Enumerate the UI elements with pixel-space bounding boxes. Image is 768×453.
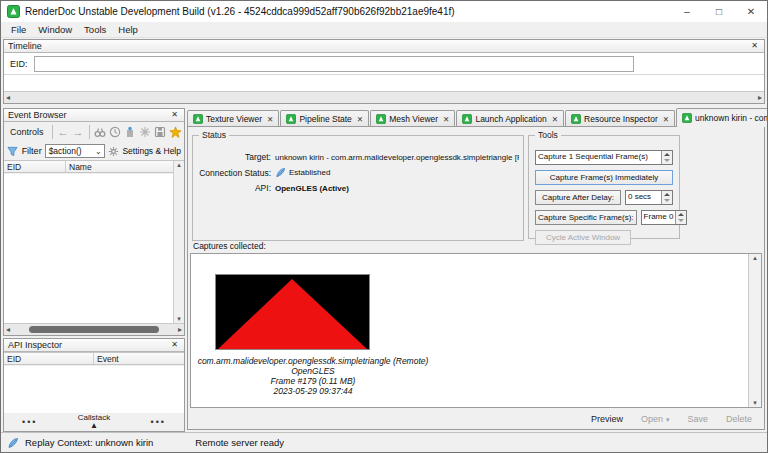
spin-down-icon[interactable] — [664, 159, 670, 162]
capture-actions-bar: Preview Open▾ Save Delete — [188, 408, 764, 429]
spin-up-icon[interactable] — [664, 193, 670, 196]
back-arrow-icon[interactable]: ← — [56, 125, 69, 139]
column-name[interactable]: Name — [66, 161, 184, 172]
scroll-up-icon[interactable]: ▴ — [177, 161, 181, 169]
timeline-eid-label: EID: — [10, 59, 28, 69]
spin-down-icon[interactable] — [664, 199, 670, 202]
maximize-button[interactable]: □ — [703, 1, 735, 22]
save-disk-icon[interactable] — [154, 125, 167, 139]
scroll-down-icon[interactable]: ▾ — [177, 315, 181, 323]
capture-caption[interactable]: com.arm.malideveloper.openglessdk.simple… — [193, 356, 433, 396]
specific-frame-spinbox[interactable]: Frame 0 — [641, 210, 688, 225]
close-button[interactable]: ✕ — [735, 1, 767, 22]
window-title: RenderDoc Unstable Development Build (v1… — [25, 6, 455, 17]
menu-file[interactable]: File — [5, 23, 32, 36]
filter-label: Filter — [22, 146, 42, 156]
tab-resource-inspector[interactable]: Resource Inspector ✕ — [565, 110, 675, 127]
settings-gear-icon[interactable] — [108, 144, 120, 158]
snowflake-icon[interactable] — [139, 125, 152, 139]
spin-up-icon[interactable] — [664, 153, 670, 156]
timeline-hscrollbar[interactable]: ◂ ▸ — [4, 91, 764, 103]
event-browser-toolbar: Controls ← → — [4, 122, 184, 142]
renderdoc-logo-icon — [7, 5, 20, 18]
delay-value: 0 secs — [626, 191, 661, 204]
menu-tools[interactable]: Tools — [78, 23, 112, 36]
spin-up-icon[interactable] — [678, 213, 684, 216]
column-event[interactable]: Event — [94, 353, 184, 364]
scroll-left-icon[interactable]: ◂ — [6, 325, 10, 334]
api-inspector-header: EID Event — [4, 352, 184, 365]
menu-window[interactable]: Window — [32, 23, 78, 36]
close-icon[interactable]: ✕ — [663, 115, 669, 124]
tab-mesh-viewer[interactable]: Mesh Viewer ✕ — [370, 110, 455, 127]
capture-connection-page: Status Target: unknown kirin - com.arm.m… — [187, 126, 765, 430]
api-event-list[interactable] — [4, 366, 184, 413]
preview-button[interactable]: Preview — [591, 414, 623, 424]
status-groupbox: Status Target: unknown kirin - com.arm.m… — [192, 135, 524, 241]
settings-help-link[interactable]: Settings & Help — [122, 146, 181, 156]
tab-capture-connection[interactable]: unknown kirin - com.arm.malideveloper.op… — [676, 108, 768, 127]
chevron-down-icon[interactable]: ⌄ — [93, 147, 104, 156]
forward-arrow-icon[interactable]: → — [72, 125, 85, 139]
scroll-left-icon[interactable]: ◂ — [6, 93, 10, 102]
delay-spinbox[interactable]: 0 secs — [625, 190, 673, 205]
spinner-buttons[interactable] — [661, 151, 672, 164]
status-bar: Replay Context: unknown kirin Remote ser… — [1, 432, 767, 452]
filter-combobox[interactable]: $action() ⌄ — [45, 144, 105, 158]
captures-list[interactable]: com.arm.malideveloper.openglessdk.simple… — [190, 253, 762, 408]
api-inspector-panel: API Inspector ✕ EID Event ••• Callstack … — [3, 338, 185, 432]
renderdoc-icon — [462, 114, 472, 124]
cycle-active-window-button: Cycle Active Window — [535, 230, 631, 245]
close-icon[interactable]: ✕ — [552, 115, 558, 124]
replay-feather-icon — [7, 437, 19, 449]
timeline-content[interactable]: EID: — [4, 53, 764, 91]
tab-label: Mesh Viewer — [389, 114, 438, 124]
close-icon[interactable]: ✕ — [169, 339, 180, 351]
scroll-right-icon[interactable]: ▸ — [178, 325, 182, 334]
menu-help[interactable]: Help — [112, 23, 144, 36]
capture-immediately-button[interactable]: Capture Frame(s) Immediately — [535, 170, 673, 185]
column-eid[interactable]: EID — [4, 161, 66, 172]
spinner-buttons[interactable] — [661, 191, 672, 204]
find-binoculars-icon[interactable] — [94, 125, 107, 139]
minimize-button[interactable]: – — [671, 1, 703, 22]
tab-launch-application[interactable]: Launch Application ✕ — [456, 110, 564, 127]
tab-texture-viewer[interactable]: Texture Viewer ✕ — [187, 110, 279, 127]
scrollbar-thumb[interactable] — [29, 326, 159, 333]
capture-thumbnail[interactable] — [215, 274, 370, 350]
bookmark-icon[interactable] — [124, 125, 137, 139]
api-label: API: — [197, 183, 275, 193]
timeline-eid-track[interactable] — [34, 56, 634, 72]
renderdoc-icon — [571, 114, 581, 124]
close-icon[interactable]: ✕ — [443, 115, 449, 124]
close-icon[interactable]: ✕ — [357, 115, 363, 124]
spin-down-icon[interactable] — [678, 219, 684, 222]
captures-vscrollbar[interactable]: ▴ ▾ — [748, 254, 761, 407]
callstack-expander[interactable]: ••• Callstack ▲ ••• — [4, 413, 184, 431]
tab-label: unknown kirin - com.arm.malideveloper.op… — [695, 113, 768, 123]
close-icon[interactable]: ✕ — [267, 115, 273, 124]
close-icon[interactable]: ✕ — [169, 109, 180, 121]
controls-button[interactable]: Controls — [6, 125, 48, 139]
spinner-buttons[interactable] — [675, 211, 686, 224]
status-group-title: Status — [199, 130, 229, 140]
event-list-vscrollbar[interactable]: ▴ ▾ — [173, 161, 184, 323]
scroll-up-icon[interactable]: ▴ — [753, 254, 757, 262]
event-list-hscrollbar[interactable]: ◂ ▸ — [4, 323, 184, 335]
capture-after-delay-button[interactable]: Capture After Delay: — [535, 190, 621, 205]
captures-collected-label: Captures collected: — [193, 241, 266, 251]
sequential-frames-spinbox[interactable]: Capture 1 Sequential Frame(s) — [535, 150, 673, 165]
tab-pipeline-state[interactable]: Pipeline State ✕ — [280, 110, 369, 127]
renderdoc-icon — [193, 114, 203, 124]
timing-clock-icon[interactable] — [109, 125, 122, 139]
chevron-down-icon: ▾ — [666, 416, 670, 423]
scroll-right-icon[interactable]: ▸ — [758, 93, 762, 102]
main-tab-bar: Texture Viewer ✕ Pipeline State ✕ Mesh V… — [187, 108, 765, 127]
scroll-down-icon[interactable]: ▾ — [753, 399, 757, 407]
close-icon[interactable]: ✕ — [749, 40, 760, 52]
event-list[interactable] — [4, 174, 184, 323]
api-inspector-title: API Inspector — [8, 340, 62, 350]
star-bookmark-icon[interactable] — [169, 125, 182, 139]
column-eid[interactable]: EID — [4, 353, 94, 364]
capture-specific-frame-button[interactable]: Capture Specific Frame(s): — [535, 210, 637, 225]
